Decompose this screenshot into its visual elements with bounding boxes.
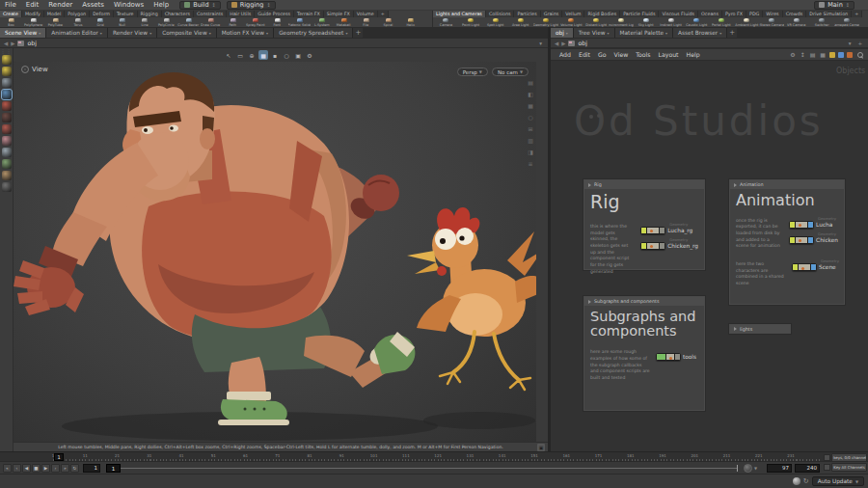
transport-button[interactable]: ↻ [70, 464, 79, 473]
tool-icon[interactable] [2, 124, 12, 134]
shelf-tab[interactable]: Wires [763, 11, 782, 17]
network-editor-canvas[interactable]: Objects Od Studios Rig Rig this is where… [551, 61, 868, 451]
shelf-tool[interactable]: Gamepad Camera [834, 17, 859, 27]
desktop-selector[interactable]: Build ↕ [179, 1, 221, 10]
shelf-tab[interactable]: Grains [541, 11, 563, 17]
camera-pill[interactable]: Persp▼ [457, 68, 488, 76]
shelf-tab[interactable]: Modify [22, 11, 44, 17]
shelf-tab[interactable]: Particle Fluids [620, 11, 659, 17]
dot-tool-icon[interactable] [847, 52, 853, 58]
display-option-icon[interactable]: ▥ [528, 137, 533, 144]
node[interactable]: tools [656, 353, 696, 361]
shelf-tool[interactable]: File [355, 17, 377, 27]
shelf-tab[interactable]: Rigid Bodies [584, 11, 620, 17]
network-box-rig[interactable]: Rig Rig this is where the model gets ski… [583, 179, 705, 270]
display-option-icon[interactable]: ◧ [528, 91, 533, 97]
pane-tab-menu-icon[interactable]: ▾ [719, 31, 721, 36]
sticky-note-icon[interactable] [829, 52, 835, 58]
network-menu-item[interactable]: Layout [655, 51, 683, 58]
shelf-tool[interactable]: Portal Light [709, 17, 734, 27]
network-menu-item[interactable]: Help [683, 51, 704, 58]
viewport-tool-icon[interactable]: ▦ [258, 50, 268, 60]
network-menu-item[interactable]: Go [594, 51, 610, 58]
shelf-tool[interactable]: Camera [433, 17, 458, 27]
pane-tab-menu-icon[interactable]: ▾ [665, 31, 667, 36]
tool-icon[interactable] [2, 182, 12, 192]
shelf-tab[interactable]: Hair Utils [227, 11, 255, 17]
node-shape[interactable] [789, 221, 814, 229]
camera-pill[interactable]: No cam▼ [492, 68, 529, 76]
auto-update-selector[interactable]: Auto Update ▼ [812, 476, 864, 486]
network-box-animation[interactable]: Animation Animation once the rig is expo… [729, 179, 845, 305]
node-shape[interactable] [640, 242, 665, 250]
collapse-arrow-icon[interactable] [734, 183, 737, 187]
frame-slider[interactable]: 1 [106, 464, 738, 473]
pane-tab[interactable]: Scene View▾ [0, 28, 46, 38]
shelf-tab[interactable]: Create [0, 11, 22, 17]
shelf-tab[interactable]: Texture [114, 11, 138, 17]
pane-tab-menu-icon[interactable]: ▾ [345, 31, 347, 36]
back-icon[interactable]: ◀ [4, 41, 8, 46]
playback-options-caret[interactable]: ▼ [754, 466, 757, 471]
tool-icon[interactable] [2, 171, 12, 180]
toolset-selector[interactable]: Rigging ↕ [227, 1, 276, 10]
shelf-tool[interactable]: Volume Light [558, 17, 583, 27]
path-dropdown-icon[interactable]: ▾ [847, 41, 854, 46]
list-view-icon[interactable]: ▤ [808, 51, 818, 58]
shelf-tab[interactable]: Constraints [194, 11, 227, 17]
display-option-icon[interactable]: ▦ [528, 102, 533, 109]
help-bar-button[interactable]: ▣ [537, 444, 545, 451]
shelf-tab[interactable]: Lights and Cameras [433, 11, 486, 17]
pane-tab[interactable]: Tree View▾ [574, 28, 615, 38]
node[interactable]: Geometry Chicken [789, 236, 838, 244]
node-name[interactable]: Scene [819, 264, 836, 270]
pane-tab-menu-icon[interactable]: ▾ [149, 31, 151, 36]
node[interactable]: Geometry Lucha_rg [640, 227, 698, 234]
tool-icon[interactable] [2, 55, 12, 65]
pane-tab-menu-icon[interactable]: ▾ [266, 31, 268, 36]
menu-item[interactable]: Windows [109, 1, 149, 9]
shelf-tool[interactable]: Environment Light [609, 17, 634, 27]
shelf-tab[interactable]: PDG [746, 11, 763, 17]
view-tool-chip[interactable]: View [21, 66, 48, 73]
shelf-tool[interactable]: Line [133, 17, 155, 27]
viewport-tool-icon[interactable]: ▭ [235, 50, 245, 60]
shelf-tool[interactable]: L-System [311, 17, 333, 27]
shelf-tool[interactable]: PolySphere [22, 17, 44, 27]
menu-item[interactable]: Assets [77, 1, 109, 9]
network-box-title-bar[interactable]: Animation [730, 180, 844, 189]
pane-tab-menu-icon[interactable]: ▾ [608, 31, 610, 36]
viewport-tool-icon[interactable]: ○ [282, 50, 291, 60]
shelf-tab[interactable]: Pyro FX [722, 11, 746, 17]
tool-icon[interactable] [2, 90, 12, 99]
shelf-tab[interactable]: Particles [514, 11, 540, 17]
shelf-tool[interactable]: Stereo Camera [759, 17, 784, 27]
shelf-tool[interactable]: Sky Light [634, 17, 659, 27]
forward-icon[interactable]: ▶ [561, 41, 565, 46]
shelf-tab[interactable]: Model [44, 11, 65, 17]
shelf-tab[interactable]: Vellum [562, 11, 584, 17]
transport-button[interactable]: » [61, 464, 69, 473]
shelf-tool[interactable]: Point Light [458, 17, 483, 27]
key-icon[interactable] [824, 464, 830, 471]
node-shape[interactable] [656, 353, 681, 361]
network-menu-item[interactable]: View [610, 51, 633, 58]
node[interactable]: Geometry Scene [792, 263, 836, 271]
tool-icon[interactable] [2, 78, 12, 88]
transport-button[interactable]: ▶ [41, 464, 50, 473]
sort-icon[interactable]: ↕ [799, 51, 807, 58]
shelf-tab[interactable]: Viscous Fluids [659, 11, 698, 17]
shelf-tab[interactable]: Oceans [698, 11, 722, 17]
shelf-tab[interactable]: Collisions [486, 11, 515, 17]
shelf-tool[interactable]: Helix [399, 17, 421, 27]
transport-button[interactable]: « [3, 464, 12, 473]
path-text[interactable]: obj [27, 40, 36, 46]
shelf-tool[interactable]: Draw Curve [200, 17, 222, 27]
shelf-tool[interactable]: Distant Light [583, 17, 609, 27]
scoped-channels-button[interactable]: 0 keys, 0/0 channels [831, 453, 867, 462]
collapse-arrow-icon[interactable] [588, 183, 591, 187]
node-name[interactable]: Chicken [816, 237, 838, 243]
shelf-tool[interactable]: PolyCircle [155, 17, 177, 27]
transport-button[interactable]: ◀ [22, 464, 31, 473]
shelf-tool[interactable]: Grid [89, 17, 111, 27]
